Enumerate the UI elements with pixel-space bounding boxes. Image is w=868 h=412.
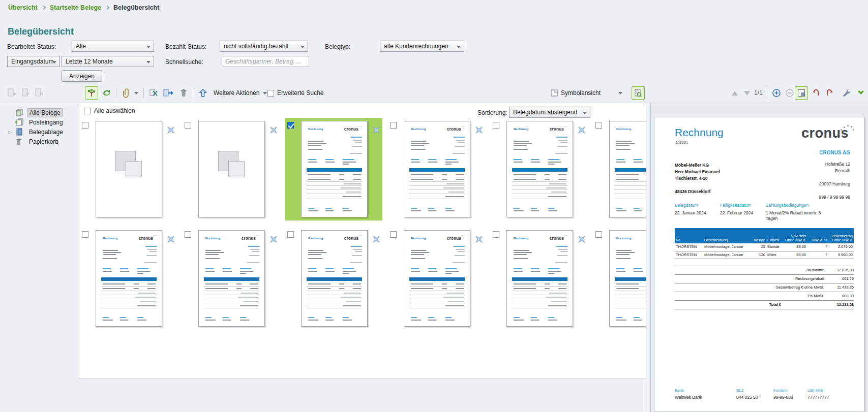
sidebar-item-belegablage[interactable]: ▷ Belegablage	[0, 127, 79, 137]
sidebar-item-alle-belege[interactable]: Alle Belege	[0, 108, 79, 117]
document-thumbnail[interactable]: Rechnungcronus˙˙˙	[506, 121, 573, 217]
attachment-button[interactable]	[120, 86, 133, 100]
weitere-aktionen-dropdown[interactable]: Weitere Aktionen	[214, 89, 267, 97]
document-thumbnail[interactable]: Rechnungcronus˙˙˙	[198, 230, 265, 327]
upload-button[interactable]	[196, 86, 209, 100]
documents-stack-icon	[15, 109, 24, 116]
document-thumbnail-cell	[79, 118, 177, 220]
invoice-footer-col: USt-IdNr.777777777	[807, 388, 829, 400]
rotate-left-button[interactable]	[810, 86, 823, 100]
symbolansicht-arrow[interactable]	[616, 86, 624, 100]
pin-icon[interactable]	[167, 235, 175, 243]
refresh-button[interactable]	[100, 86, 113, 100]
move-document-button[interactable]	[162, 86, 175, 100]
document-thumbnail[interactable]: Rechnungcronus˙˙˙	[404, 121, 470, 217]
belegdatum-label: Belegdatum	[675, 203, 720, 208]
anzeigen-button[interactable]: Anzeigen	[62, 70, 102, 82]
symbolansicht-icon	[549, 86, 559, 100]
thumbnail-checkbox[interactable]	[595, 231, 602, 238]
bearbeitet-status-dropdown[interactable]: Alle	[72, 41, 154, 52]
pin-icon[interactable]	[167, 126, 175, 134]
expand-panel-chevron-button[interactable]	[854, 86, 867, 100]
document-thumbnail[interactable]: Rechnungcronus˙˙˙	[506, 230, 573, 327]
document-thumbnail[interactable]: Rechnungcronus˙˙˙	[301, 230, 368, 327]
bezahlt-status-dropdown[interactable]: nicht vollständig bezahlt	[220, 41, 308, 52]
mini-invoice-art: Rechnungcronus˙˙˙	[610, 121, 646, 217]
thumbnail-checkbox[interactable]	[185, 122, 191, 129]
document-thumbnail[interactable]: Rechnungcronus˙˙˙	[301, 121, 368, 217]
previous-page-button[interactable]	[730, 86, 739, 100]
invoice-line-item: THORSTENMöbelmontage, Januar120Miles83,0…	[675, 251, 854, 260]
thumbnail-checkbox[interactable]	[390, 231, 397, 238]
zoom-in-button[interactable]	[770, 86, 783, 100]
bezahlt-status-value: nicht vollständig bezahlt	[224, 43, 288, 50]
document-thumbnail[interactable]	[96, 121, 162, 217]
erweiterte-suche-checkbox[interactable]	[266, 86, 275, 100]
attachment-dropdown-arrow[interactable]	[132, 86, 140, 100]
placeholder-icon	[228, 161, 245, 177]
rotate-right-button[interactable]	[823, 86, 836, 100]
next-page-button[interactable]	[742, 86, 752, 100]
datum-field-dropdown[interactable]: Eingangsdatum	[7, 56, 60, 67]
document-thumbnail[interactable]: Rechnungcronus˙˙˙	[609, 121, 646, 217]
toolbar-separator	[116, 88, 116, 98]
pin-icon[interactable]	[578, 235, 586, 243]
split-document-button[interactable]	[147, 86, 161, 100]
pin-icon[interactable]	[270, 126, 278, 134]
thumbnail-checkbox[interactable]	[82, 122, 88, 129]
pin-icon[interactable]	[578, 126, 586, 134]
document-thumbnail[interactable]: Rechnungcronus˙˙˙	[96, 230, 162, 327]
mini-invoice-art: Rechnungcronus˙˙˙	[199, 231, 264, 326]
thumbnail-checkbox[interactable]	[287, 122, 294, 129]
thumbnail-checkbox[interactable]	[287, 231, 294, 238]
invoice-footer-col: BLZ044 025 50	[736, 388, 758, 400]
settings-wrench-button[interactable]	[840, 86, 853, 100]
tree-view-button[interactable]	[85, 86, 98, 100]
invoice-total-row: 7% MwSt.800,33	[675, 292, 854, 300]
pin-icon[interactable]	[372, 126, 380, 134]
invoice-table: Nr. Beschreibung Menge Einheit VK-Preis …	[675, 228, 854, 259]
thumbnail-checkbox[interactable]	[390, 122, 397, 129]
invoice-totals: Zw.summe12.035,00Rechnungsrabatt-601,75G…	[675, 266, 854, 309]
schnellsuche-input[interactable]	[222, 56, 309, 67]
document-thumbnail[interactable]: Rechnungcronus˙˙˙	[609, 230, 646, 327]
document-thumbnail[interactable]	[198, 121, 265, 217]
reference-number: 999 / 9 99 99 99	[819, 195, 850, 200]
sidebar-item-posteingang[interactable]: Posteingang	[0, 117, 79, 127]
pin-icon[interactable]	[270, 235, 278, 243]
tree-expander-icon[interactable]: ▷	[8, 130, 15, 135]
thumbnail-checkbox[interactable]	[82, 231, 88, 238]
col-vk-preis: VK-Preis Ohne MwSt.	[783, 234, 807, 242]
mini-invoice-art: Rechnungcronus˙˙˙	[96, 231, 162, 326]
thumbnail-checkbox[interactable]	[185, 231, 191, 238]
thumbnail-checkbox[interactable]	[493, 122, 499, 129]
belegdatum-value: 22. Januar 2024	[675, 210, 720, 216]
faelligkeitsdatum-value: 22. Februar 2024	[720, 210, 765, 216]
datum-range-dropdown[interactable]: Letzte 12 Monate	[62, 56, 154, 67]
document-thumbnail-cell: Rechnungcronus˙˙˙	[285, 118, 382, 220]
pin-icon[interactable]	[475, 126, 483, 134]
sidebar-item-papierkorb[interactable]: Papierkorb	[0, 137, 79, 146]
fit-page-button[interactable]	[795, 86, 808, 100]
edit-document-button[interactable]	[19, 86, 33, 100]
pin-icon[interactable]	[372, 235, 380, 243]
document-thumbnail-cell: Rechnungcronus˙˙˙	[490, 227, 588, 330]
preview-pane-toggle-button[interactable]	[632, 86, 645, 100]
dropdown-arrow-icon	[146, 61, 151, 64]
new-document-button[interactable]	[5, 86, 18, 100]
app-root: { "breadcrumb": { "items": [ { "label": …	[0, 0, 868, 412]
belegtyp-dropdown[interactable]: alle Kundenrechnungen	[380, 41, 464, 52]
breadcrumb: Übersicht Startseite Belege Belegübersic…	[8, 4, 159, 11]
thumbnail-checkbox[interactable]	[493, 231, 499, 238]
document-thumbnail[interactable]: Rechnungcronus˙˙˙	[404, 230, 470, 327]
delete-button[interactable]	[177, 86, 190, 100]
panel-resizer[interactable]	[646, 103, 651, 412]
breadcrumb-startseite-belege[interactable]: Startseite Belege	[50, 4, 101, 11]
symbolansicht-dropdown[interactable]: Symbolansicht	[561, 89, 601, 97]
remove-document-button[interactable]	[33, 86, 46, 100]
thumbnail-checkbox[interactable]	[595, 122, 602, 129]
invoice-total-row: Total €12.233,58	[675, 300, 854, 309]
pin-icon[interactable]	[475, 235, 483, 243]
invoice-footer-col: Kontonr.99-99-888	[773, 388, 793, 400]
breadcrumb-uebersicht[interactable]: Übersicht	[8, 4, 38, 11]
